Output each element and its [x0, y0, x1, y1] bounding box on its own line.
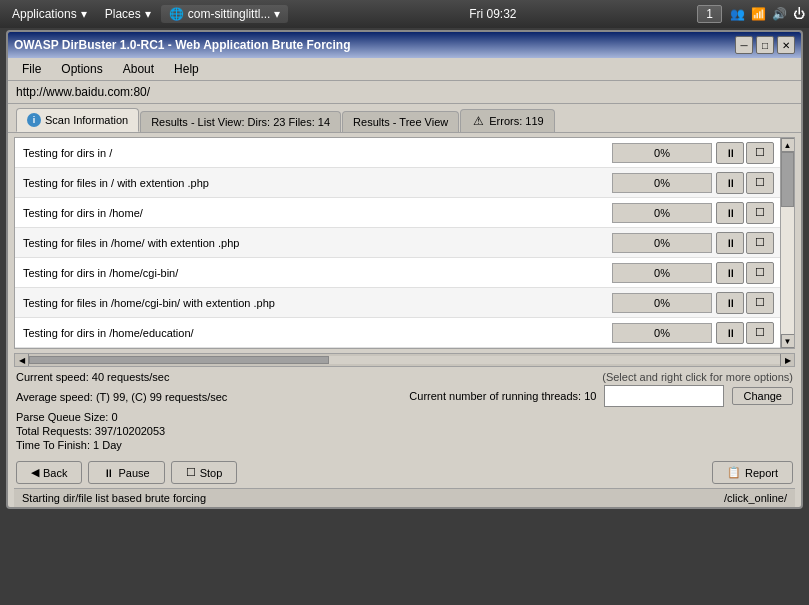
scroll-left-arrow[interactable]: ◀ — [15, 354, 29, 366]
pause-row-button[interactable]: ⏸ — [716, 232, 744, 254]
table-row[interactable]: Testing for files in / with extention .p… — [15, 168, 794, 198]
tab-scan-info-label: Scan Information — [45, 114, 128, 126]
scroll-thumb-h[interactable] — [29, 356, 329, 364]
places-label: Places — [105, 7, 141, 21]
scan-row-label: Testing for files in /home/cgi-bin/ with… — [19, 297, 612, 309]
network-icon: 📶 — [751, 7, 766, 21]
pause-row-button[interactable]: ⏸ — [716, 322, 744, 344]
threads-control: Current number of running threads: 10 Ch… — [409, 385, 793, 407]
pause-row-button[interactable]: ⏸ — [716, 292, 744, 314]
power-icon: ⏻ — [793, 7, 805, 21]
scan-row-label: Testing for files in /home/ with extenti… — [19, 237, 612, 249]
scan-row-buttons: ⏸☐ — [716, 202, 774, 224]
scan-row-buttons: ⏸☐ — [716, 292, 774, 314]
progress-label: 0% — [654, 177, 670, 189]
progress-bar-container: 0% — [612, 173, 712, 193]
pause-button[interactable]: ⏸ Pause — [88, 461, 164, 484]
stop-row-button[interactable]: ☐ — [746, 142, 774, 164]
report-icon: 📋 — [727, 466, 741, 479]
parse-row: Parse Queue Size: 0 — [16, 411, 793, 423]
stop-row-button[interactable]: ☐ — [746, 322, 774, 344]
menu-options[interactable]: Options — [53, 60, 110, 78]
applications-menu[interactable]: Applications ▾ — [4, 5, 95, 23]
scroll-track[interactable] — [781, 152, 794, 334]
scroll-down-arrow[interactable]: ▼ — [781, 334, 795, 348]
maximize-button[interactable]: □ — [756, 36, 774, 54]
scroll-track-h[interactable] — [29, 356, 780, 364]
table-row[interactable]: Testing for dirs in /home/education/0%⏸☐ — [15, 318, 794, 348]
scroll-thumb[interactable] — [781, 152, 794, 207]
table-row[interactable]: Testing for files in /home/ with extenti… — [15, 228, 794, 258]
applications-arrow: ▾ — [81, 7, 87, 21]
scan-area: Testing for dirs in /0%⏸☐Testing for fil… — [14, 137, 795, 349]
scroll-up-arrow[interactable]: ▲ — [781, 138, 795, 152]
threads-input[interactable] — [604, 385, 724, 407]
taskbar-left: Applications ▾ Places ▾ 🌐 com-sittinglit… — [4, 5, 288, 23]
tab-results-tree-label: Results - Tree View — [353, 116, 448, 128]
stop-row-button[interactable]: ☐ — [746, 172, 774, 194]
pause-label: Pause — [118, 467, 149, 479]
pause-row-button[interactable]: ⏸ — [716, 262, 744, 284]
tab-results-list[interactable]: Results - List View: Dirs: 23 Files: 14 — [140, 111, 341, 132]
taskbar: Applications ▾ Places ▾ 🌐 com-sittinglit… — [0, 0, 809, 28]
footer: Starting dir/file list based brute forci… — [14, 488, 795, 507]
progress-label: 0% — [654, 327, 670, 339]
browser-label: com-sittinglittl... — [188, 7, 271, 21]
horizontal-scrollbar[interactable]: ◀ ▶ — [14, 353, 795, 367]
time-to-finish: Time To Finish: 1 Day — [16, 439, 122, 451]
stop-icon: ☐ — [186, 466, 196, 479]
places-menu[interactable]: Places ▾ — [97, 5, 159, 23]
total-requests: Total Requests: 397/10202053 — [16, 425, 165, 437]
stop-row-button[interactable]: ☐ — [746, 232, 774, 254]
stop-row-button[interactable]: ☐ — [746, 202, 774, 224]
progress-bar-container: 0% — [612, 203, 712, 223]
pause-icon: ⏸ — [103, 467, 114, 479]
back-icon: ◀ — [31, 466, 39, 479]
pause-row-button[interactable]: ⏸ — [716, 172, 744, 194]
scroll-right-arrow[interactable]: ▶ — [780, 354, 794, 366]
tab-results-tree[interactable]: Results - Tree View — [342, 111, 459, 132]
tab-results-list-label: Results - List View: Dirs: 23 Files: 14 — [151, 116, 330, 128]
pause-row-button[interactable]: ⏸ — [716, 142, 744, 164]
progress-bar-container: 0% — [612, 233, 712, 253]
progress-label: 0% — [654, 297, 670, 309]
info-icon: i — [27, 113, 41, 127]
scan-row-label: Testing for files in / with extention .p… — [19, 177, 612, 189]
menu-file[interactable]: File — [14, 60, 49, 78]
progress-label: 0% — [654, 207, 670, 219]
scan-row-buttons: ⏸☐ — [716, 232, 774, 254]
stop-row-button[interactable]: ☐ — [746, 262, 774, 284]
pause-row-button[interactable]: ⏸ — [716, 202, 744, 224]
menu-about[interactable]: About — [115, 60, 162, 78]
table-row[interactable]: Testing for dirs in /home/cgi-bin/0%⏸☐ — [15, 258, 794, 288]
tab-errors[interactable]: ⚠ Errors: 119 — [460, 109, 554, 132]
close-button[interactable]: ✕ — [777, 36, 795, 54]
window-titlebar: OWASP DirBuster 1.0-RC1 - Web Applicatio… — [8, 32, 801, 58]
speed-row: Current speed: 40 requests/sec (Select a… — [16, 371, 793, 383]
progress-bar-container: 0% — [612, 143, 712, 163]
vertical-scrollbar[interactable]: ▲ ▼ — [780, 138, 794, 348]
back-button[interactable]: ◀ Back — [16, 461, 82, 484]
taskbar-center: Fri 09:32 — [288, 7, 697, 21]
browser-arrow: ▾ — [274, 7, 280, 21]
scan-row-buttons: ⏸☐ — [716, 322, 774, 344]
places-arrow: ▾ — [145, 7, 151, 21]
stop-button[interactable]: ☐ Stop — [171, 461, 238, 484]
stop-row-button[interactable]: ☐ — [746, 292, 774, 314]
bottom-left-buttons: ◀ Back ⏸ Pause ☐ Stop — [16, 461, 237, 484]
table-row[interactable]: Testing for dirs in /home/0%⏸☐ — [15, 198, 794, 228]
minimize-button[interactable]: ─ — [735, 36, 753, 54]
scan-row-buttons: ⏸☐ — [716, 172, 774, 194]
tab-scan-info[interactable]: i Scan Information — [16, 108, 139, 132]
stop-label: Stop — [200, 467, 223, 479]
tabs: i Scan Information Results - List View: … — [8, 104, 801, 133]
table-row[interactable]: Testing for dirs in /0%⏸☐ — [15, 138, 794, 168]
url-bar: http://www.baidu.com:80/ — [8, 81, 801, 104]
change-button[interactable]: Change — [732, 387, 793, 405]
time-row: Time To Finish: 1 Day — [16, 439, 793, 451]
scan-row-label: Testing for dirs in /home/ — [19, 207, 612, 219]
report-button[interactable]: 📋 Report — [712, 461, 793, 484]
menu-help[interactable]: Help — [166, 60, 207, 78]
browser-tab[interactable]: 🌐 com-sittinglittl... ▾ — [161, 5, 289, 23]
table-row[interactable]: Testing for files in /home/cgi-bin/ with… — [15, 288, 794, 318]
